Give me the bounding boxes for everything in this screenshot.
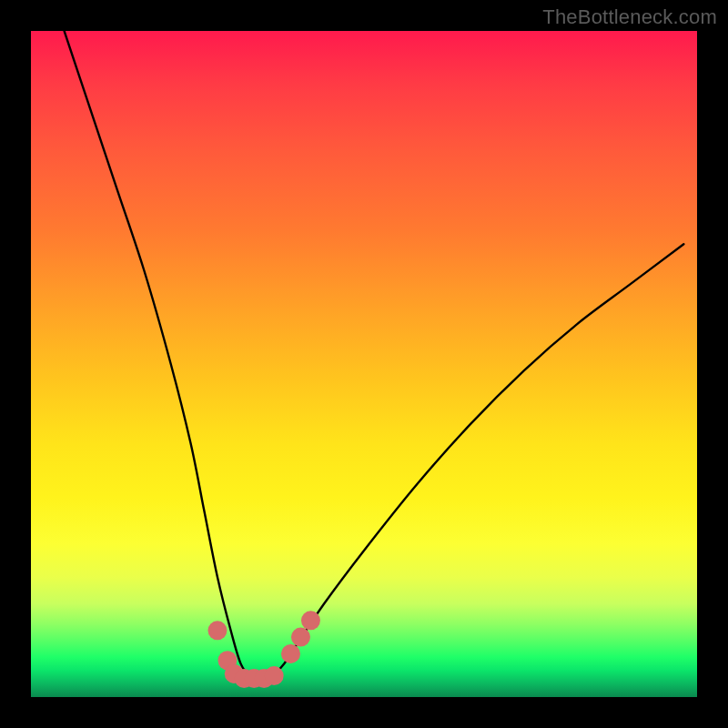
data-marker (207, 621, 227, 640)
bottleneck-curve (31, 31, 697, 697)
data-marker (265, 666, 284, 685)
data-marker (281, 644, 300, 663)
data-marker (291, 628, 310, 647)
data-marker (301, 611, 320, 630)
attribution-text: TheBottleneck.com (542, 5, 717, 29)
chart-frame: TheBottleneck.com (0, 0, 728, 728)
plot-area (31, 31, 697, 697)
